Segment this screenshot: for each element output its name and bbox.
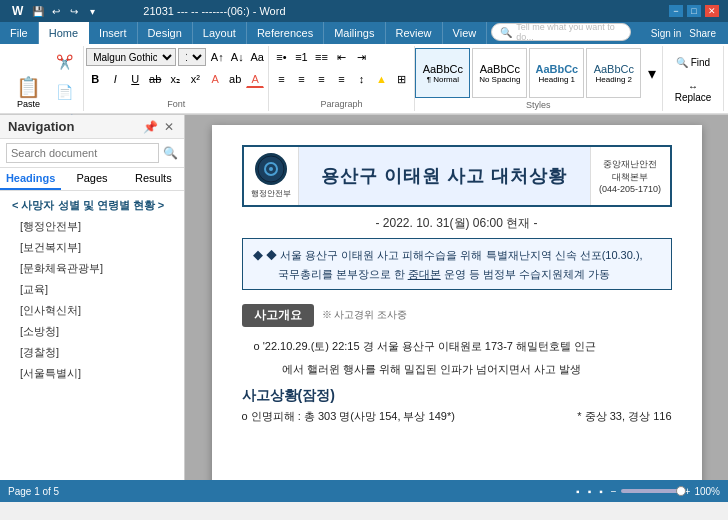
close-button[interactable]: ✕ bbox=[704, 4, 720, 18]
cut-button[interactable]: ✂️ bbox=[51, 48, 79, 76]
nav-item-2[interactable]: [보건복지부] bbox=[0, 237, 184, 258]
share-button[interactable]: Share bbox=[689, 28, 716, 39]
signin-link[interactable]: Sign in bbox=[651, 28, 682, 39]
nav-tab-results[interactable]: Results bbox=[123, 168, 184, 190]
font-name-select[interactable]: Malgun Gothic bbox=[86, 48, 176, 66]
nav-content: < 사망자 성별 및 연령별 현황 > [행정안전부] [보건복지부] [문화체… bbox=[0, 191, 184, 480]
styles-list: AaBbCc ¶ Normal AaBbCc No Spacing AaBbCc… bbox=[415, 48, 661, 98]
casualty-text: o 인명피해 : 총 303 명(사망 154, 부상 149*) bbox=[242, 409, 455, 424]
style-nospacing-label: No Spacing bbox=[479, 75, 520, 84]
justify-button[interactable]: ≡ bbox=[332, 70, 350, 88]
section1-label: 사고개요 bbox=[242, 304, 314, 327]
view-print-icon[interactable]: ▪ bbox=[588, 486, 592, 497]
underline-button[interactable]: U bbox=[126, 70, 144, 88]
nav-item-7[interactable]: [경찰청] bbox=[0, 342, 184, 363]
nav-item-6[interactable]: [소방청] bbox=[0, 321, 184, 342]
font-grow-button[interactable]: A↑ bbox=[208, 48, 226, 66]
nav-pin-button[interactable]: 📌 bbox=[141, 120, 160, 134]
bullets-button[interactable]: ≡• bbox=[272, 48, 290, 66]
nav-item-4[interactable]: [교육] bbox=[0, 279, 184, 300]
text-effects-button[interactable]: A bbox=[206, 70, 224, 88]
tab-review[interactable]: Review bbox=[386, 22, 443, 44]
para1: o '22.10.29.(토) 22:15 경 서울 용산구 이태원로 173-… bbox=[242, 337, 672, 356]
highlight-button[interactable]: ab bbox=[226, 70, 244, 88]
nav-search-area: 🔍 bbox=[0, 139, 184, 168]
maximize-button[interactable]: □ bbox=[686, 4, 702, 18]
align-left-button[interactable]: ≡ bbox=[272, 70, 290, 88]
tab-home[interactable]: Home bbox=[39, 22, 89, 44]
strikethrough-button[interactable]: ab bbox=[146, 70, 164, 88]
numbering-button[interactable]: ≡1 bbox=[292, 48, 310, 66]
paste-button[interactable]: 📋Paste bbox=[9, 64, 49, 120]
copy-button[interactable]: 📄 bbox=[51, 78, 79, 106]
quick-save[interactable]: 💾 bbox=[31, 4, 45, 18]
view-normal-icon[interactable]: ▪ bbox=[576, 486, 580, 497]
nav-item-0[interactable]: < 사망자 성별 및 연령별 현황 > bbox=[0, 195, 184, 216]
style-nospacing-preview: AaBbCc bbox=[480, 63, 520, 75]
clear-format-button[interactable]: Aa bbox=[248, 48, 266, 66]
tab-mailings[interactable]: Mailings bbox=[324, 22, 385, 44]
find-button[interactable]: 🔍 Find bbox=[668, 48, 718, 76]
section1-note: ※ 사고경위 조사중 bbox=[322, 308, 408, 322]
page-info: Page 1 of 5 bbox=[8, 486, 59, 497]
shading-button[interactable]: ▲ bbox=[372, 70, 390, 88]
tab-view[interactable]: View bbox=[443, 22, 488, 44]
customize-quick-access[interactable]: ▾ bbox=[85, 4, 99, 18]
superscript-button[interactable]: x² bbox=[186, 70, 204, 88]
font-shrink-button[interactable]: A↓ bbox=[228, 48, 246, 66]
replace-button[interactable]: ↔ Replace bbox=[668, 78, 718, 106]
nav-item-5[interactable]: [인사혁신처] bbox=[0, 300, 184, 321]
borders-button[interactable]: ⊞ bbox=[392, 70, 410, 88]
nav-search-input[interactable] bbox=[6, 143, 159, 163]
tab-design[interactable]: Design bbox=[138, 22, 193, 44]
nav-tab-headings[interactable]: Headings bbox=[0, 168, 61, 190]
zoom-slider[interactable] bbox=[621, 489, 681, 493]
nav-item-1[interactable]: [행정안전부] bbox=[0, 216, 184, 237]
italic-button[interactable]: I bbox=[106, 70, 124, 88]
nav-header-buttons: 📌 ✕ bbox=[141, 120, 176, 134]
tab-references[interactable]: References bbox=[247, 22, 324, 44]
view-web-icon[interactable]: ▪ bbox=[599, 486, 603, 497]
document-area[interactable]: 행정안전부 용산구 이태원 사고 대처상황 중앙재난안전 대책본부 (044-2… bbox=[185, 115, 728, 480]
ribbon-tabs: File Home Insert Design Layout Reference… bbox=[0, 22, 728, 44]
clipboard-group: 📋Paste ✂️ 📄 🖌️ Clipboard bbox=[4, 46, 84, 111]
nav-close-button[interactable]: ✕ bbox=[162, 120, 176, 134]
status-right: ▪ ▪ ▪ − + 100% bbox=[576, 486, 720, 497]
font-color-button[interactable]: A bbox=[246, 70, 264, 88]
styles-group: AaBbCc ¶ Normal AaBbCc No Spacing AaBbCc… bbox=[415, 46, 664, 111]
style-heading2[interactable]: AaBbCc Heading 2 bbox=[586, 48, 641, 98]
bold-button[interactable]: B bbox=[86, 70, 104, 88]
tell-me-box[interactable]: 🔍 Tell me what you want to do... bbox=[491, 23, 631, 41]
tab-file[interactable]: File bbox=[0, 22, 39, 44]
style-heading1[interactable]: AaBbCc Heading 1 bbox=[529, 48, 584, 98]
highlight-text-2-suffix: 운영 등 범정부 수습지원체계 가동 bbox=[444, 268, 610, 280]
style-normal[interactable]: AaBbCc ¶ Normal bbox=[415, 48, 470, 98]
style-no-spacing[interactable]: AaBbCc No Spacing bbox=[472, 48, 527, 98]
increase-indent-button[interactable]: ⇥ bbox=[352, 48, 370, 66]
quick-undo[interactable]: ↩ bbox=[49, 4, 63, 18]
quick-redo[interactable]: ↪ bbox=[67, 4, 81, 18]
tab-layout[interactable]: Layout bbox=[193, 22, 247, 44]
decrease-indent-button[interactable]: ⇤ bbox=[332, 48, 350, 66]
tab-insert[interactable]: Insert bbox=[89, 22, 138, 44]
minimize-button[interactable]: − bbox=[668, 4, 684, 18]
zoom-out-button[interactable]: − bbox=[611, 486, 617, 497]
style-h2-label: Heading 2 bbox=[596, 75, 632, 84]
nav-tab-pages[interactable]: Pages bbox=[61, 168, 122, 190]
highlight-text-2-prefix: 국무총리를 본부장으로 한 bbox=[267, 268, 408, 280]
tell-me-placeholder: Tell me what you want to do... bbox=[516, 22, 622, 42]
align-right-button[interactable]: ≡ bbox=[312, 70, 330, 88]
nav-item-8[interactable]: [서울특별시] bbox=[0, 363, 184, 384]
styles-more-button[interactable]: ▾ bbox=[643, 64, 661, 82]
window-controls[interactable]: − □ ✕ bbox=[668, 4, 720, 18]
multilevel-list-button[interactable]: ≡≡ bbox=[312, 48, 330, 66]
align-center-button[interactable]: ≡ bbox=[292, 70, 310, 88]
subscript-button[interactable]: x₂ bbox=[166, 70, 184, 88]
font-name-row: Malgun Gothic 13 A↑ A↓ Aa bbox=[86, 48, 266, 66]
doc-main-title: 용산구 이태원 사고 대처상황 bbox=[321, 164, 567, 188]
line-spacing-button[interactable]: ↕ bbox=[352, 70, 370, 88]
nav-item-3[interactable]: [문화체육관광부] bbox=[0, 258, 184, 279]
agency-name: 행정안전부 bbox=[251, 188, 291, 199]
app-title: 21031 --- -- -------(06:) - Word bbox=[143, 5, 285, 17]
font-size-select[interactable]: 13 bbox=[178, 48, 206, 66]
